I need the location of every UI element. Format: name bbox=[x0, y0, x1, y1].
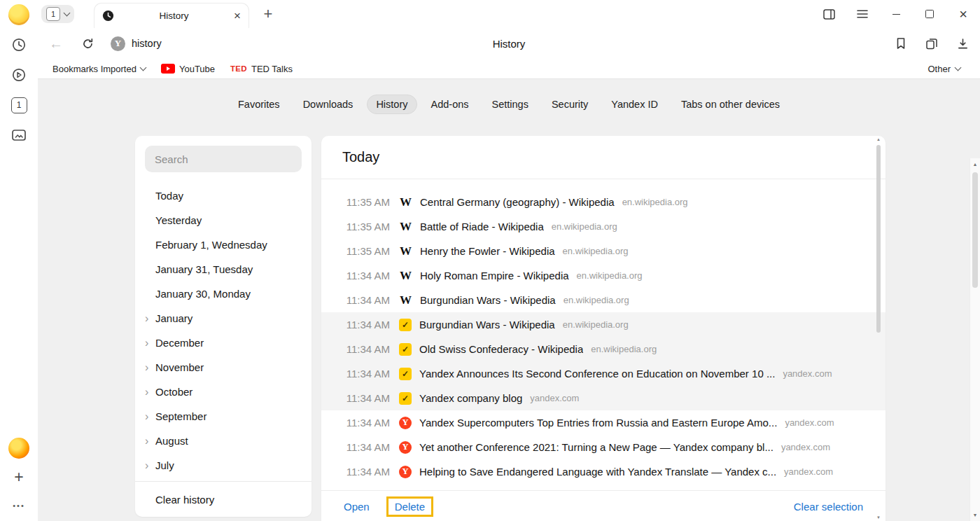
history-row[interactable]: 11:34 AM ✓ Old Swiss Confederacy - Wikip… bbox=[321, 337, 886, 361]
date-filter-item[interactable]: Yesterday bbox=[144, 208, 312, 232]
date-filter-item[interactable]: › November bbox=[144, 355, 312, 380]
history-title[interactable]: Yet another Conference 2021: Turning a N… bbox=[419, 441, 774, 453]
history-title[interactable]: Henry the Fowler - Wikipedia bbox=[420, 245, 555, 257]
history-row[interactable]: 11:35 AM W Battle of Riade - Wikipedia e… bbox=[321, 214, 886, 239]
nav-tab[interactable]: Downloads bbox=[294, 95, 363, 114]
site-favicon[interactable]: Y bbox=[399, 441, 412, 454]
media-panel-button[interactable] bbox=[7, 64, 31, 86]
date-filter-item[interactable]: › September bbox=[144, 404, 312, 429]
tab-group-selector[interactable]: 1 bbox=[41, 5, 74, 23]
history-title[interactable]: Yandex Announces Its Second Conference o… bbox=[419, 368, 775, 380]
history-row[interactable]: 11:34 AM ✓ Yandex company blog yandex.co… bbox=[321, 386, 886, 410]
panels-icon bbox=[823, 9, 835, 20]
rail-add-button[interactable]: + bbox=[7, 466, 31, 488]
bookmarks-imported-folder[interactable]: Bookmarks Imported bbox=[52, 64, 146, 74]
site-favicon[interactable]: ✓ bbox=[399, 368, 412, 380]
history-row[interactable]: 11:34 AM Y Helping to Save Endangered La… bbox=[321, 459, 886, 484]
browser-pages-nav: Favorites Downloads History Add-ons Sett… bbox=[38, 95, 980, 114]
date-filter-label: August bbox=[155, 435, 188, 447]
bookmark-youtube[interactable]: YouTube bbox=[161, 64, 215, 74]
history-row[interactable]: 11:34 AM ✓ Burgundian Wars - Wikipedia e… bbox=[321, 312, 886, 337]
date-filter-label: December bbox=[155, 337, 204, 349]
history-title[interactable]: Burgundian Wars - Wikipedia bbox=[419, 319, 555, 331]
bookmark-ted-talks[interactable]: TED TED Talks bbox=[230, 64, 293, 74]
history-title[interactable]: Holy Roman Empire - Wikipedia bbox=[420, 270, 569, 282]
history-row[interactable]: 11:34 AM W Burgundian Wars - Wikipedia e… bbox=[321, 288, 886, 312]
history-row[interactable]: 11:35 AM W Henry the Fowler - Wikipedia … bbox=[321, 239, 886, 263]
scroll-up-icon[interactable]: ▲ bbox=[970, 162, 980, 167]
window-minimize-button[interactable] bbox=[879, 0, 913, 28]
nav-tab[interactable]: Tabs on other devices bbox=[672, 95, 789, 114]
tab-close-icon[interactable]: × bbox=[234, 10, 241, 22]
nav-tab[interactable]: Security bbox=[542, 95, 597, 114]
nav-tab[interactable]: Yandex ID bbox=[602, 95, 667, 114]
site-favicon[interactable]: W bbox=[399, 244, 412, 258]
history-row[interactable]: 11:35 AM W Central Germany (geography) -… bbox=[321, 190, 886, 214]
chevron-down-icon bbox=[64, 10, 71, 17]
delete-button[interactable]: Delete bbox=[395, 501, 425, 513]
nav-tab[interactable]: Favorites bbox=[229, 95, 289, 114]
yandex-browser-logo[interactable] bbox=[7, 437, 31, 459]
clear-history-button[interactable]: Clear history bbox=[135, 481, 312, 517]
date-filter-item[interactable]: January 31, Tuesday bbox=[144, 257, 312, 282]
date-filter-item[interactable]: › August bbox=[144, 429, 312, 453]
date-filter-item[interactable]: Today bbox=[144, 183, 312, 208]
nav-tab[interactable]: Add-ons bbox=[422, 95, 478, 114]
rail-more-button[interactable]: ••• bbox=[7, 494, 31, 517]
sidebar-scrollbar-thumb[interactable] bbox=[876, 145, 881, 333]
date-filter-item[interactable]: January 30, Monday bbox=[144, 282, 312, 306]
history-row[interactable]: 11:34 AM W Holy Roman Empire - Wikipedia… bbox=[321, 263, 886, 288]
browser-menu-button[interactable] bbox=[846, 0, 879, 28]
page-scrollbar-thumb[interactable] bbox=[972, 172, 978, 288]
site-favicon[interactable]: W bbox=[399, 220, 412, 233]
open-button[interactable]: Open bbox=[344, 501, 370, 513]
history-title[interactable]: Central Germany (geography) - Wikipedia bbox=[420, 196, 615, 208]
history-row[interactable]: 11:34 AM ✓ Yandex Announces Its Second C… bbox=[321, 361, 886, 386]
site-favicon[interactable]: Y bbox=[399, 417, 412, 429]
history-title[interactable]: Helping to Save Endangered Language with… bbox=[419, 466, 776, 478]
back-button[interactable]: ← bbox=[49, 28, 63, 59]
site-favicon[interactable]: ✓ bbox=[399, 392, 412, 405]
history-panel-button[interactable] bbox=[7, 34, 31, 56]
scroll-down-icon[interactable]: ▼ bbox=[874, 515, 883, 520]
history-title[interactable]: Yandex company blog bbox=[419, 392, 522, 404]
site-favicon[interactable]: W bbox=[399, 195, 412, 209]
nav-tab[interactable]: History bbox=[367, 95, 416, 114]
site-favicon[interactable]: ✓ bbox=[399, 343, 412, 356]
date-filter-item[interactable]: › January bbox=[144, 306, 312, 331]
window-maximize-button[interactable] bbox=[913, 0, 946, 28]
date-filter-item[interactable]: › July bbox=[144, 453, 312, 478]
site-favicon[interactable]: W bbox=[399, 293, 412, 307]
side-panel-toggle-button[interactable] bbox=[812, 0, 846, 28]
nav-tab[interactable]: Settings bbox=[483, 95, 538, 114]
site-favicon[interactable]: ✓ bbox=[399, 319, 412, 331]
history-title[interactable]: Yandex Supercomputers Top Entries from R… bbox=[419, 417, 777, 429]
collections-button[interactable] bbox=[925, 38, 938, 50]
clear-selection-button[interactable]: Clear selection bbox=[794, 501, 863, 513]
history-domain: yandex.com bbox=[781, 442, 830, 452]
date-filter-item[interactable]: › December bbox=[144, 331, 312, 355]
scroll-down-icon[interactable]: ▼ bbox=[970, 513, 980, 517]
site-favicon[interactable]: Y bbox=[399, 466, 412, 478]
date-filter-item[interactable]: February 1, Wednesday bbox=[144, 232, 312, 257]
reload-button[interactable] bbox=[82, 28, 94, 59]
other-bookmarks-folder[interactable]: Other bbox=[927, 64, 960, 74]
screenshot-button[interactable] bbox=[7, 124, 31, 146]
new-tab-button[interactable]: + bbox=[259, 5, 277, 23]
site-favicon[interactable]: W bbox=[399, 269, 412, 282]
tabs-panel-button[interactable]: 1 bbox=[7, 94, 31, 116]
history-row[interactable]: 11:34 AM Y Yandex Supercomputers Top Ent… bbox=[321, 410, 886, 435]
search-input[interactable] bbox=[145, 146, 302, 172]
window-close-button[interactable]: × bbox=[946, 0, 980, 28]
history-title[interactable]: Burgundian Wars - Wikipedia bbox=[420, 294, 556, 306]
downloads-button[interactable] bbox=[957, 38, 969, 50]
address-bar[interactable]: Y history bbox=[111, 28, 162, 59]
active-tab[interactable]: History × bbox=[94, 3, 249, 28]
profile-avatar[interactable] bbox=[7, 4, 31, 26]
scroll-up-icon[interactable]: ▲ bbox=[874, 137, 883, 141]
history-row[interactable]: 11:34 AM Y Yet another Conference 2021: … bbox=[321, 435, 886, 459]
bookmark-page-button[interactable] bbox=[895, 37, 906, 50]
date-filter-item[interactable]: › October bbox=[144, 380, 312, 404]
history-title[interactable]: Old Swiss Confederacy - Wikipedia bbox=[419, 343, 583, 355]
history-title[interactable]: Battle of Riade - Wikipedia bbox=[420, 221, 544, 232]
